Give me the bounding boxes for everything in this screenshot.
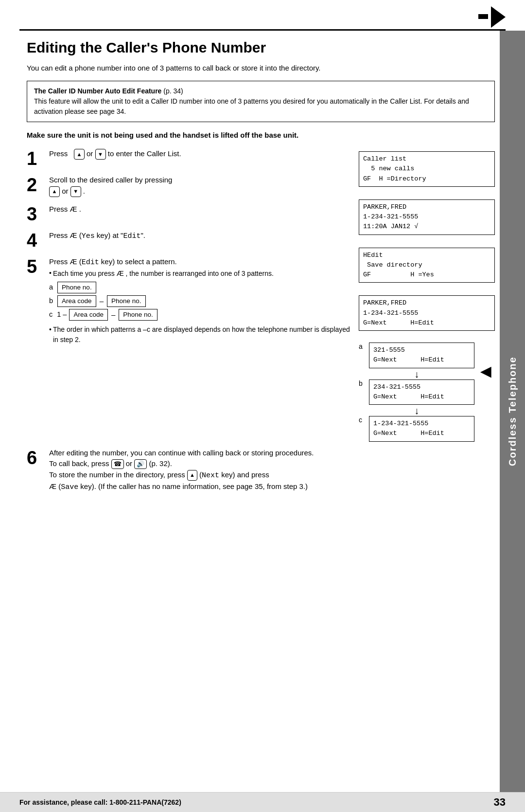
step-6-line2: To call back, press xyxy=(49,459,111,468)
step-6-or: or xyxy=(126,459,135,468)
step3-lcd: HEdit Save directory GF H =Yes xyxy=(359,248,495,283)
step-2-key-up[interactable]: ▲ xyxy=(49,186,60,197)
step5-lcd-b-row: b 234-321-5555 G=Next H=Edit xyxy=(359,379,474,405)
step-5: 5 Press Æ (Edit key) to select a pattern… xyxy=(27,256,354,348)
step-4-content: Press Æ (Yes key) at "Edit". xyxy=(49,230,354,242)
step-1-content: Press ▲ or ▼ to enter the Caller List. xyxy=(49,148,354,160)
step-3-num: 3 xyxy=(27,205,45,223)
sidebar: Cordless Telephone xyxy=(500,31,525,792)
pattern-a-label: a xyxy=(49,282,53,293)
step-1-num: 1 xyxy=(27,149,45,168)
step-2-content: Scroll to the desired caller by pressing… xyxy=(49,175,354,197)
intro-text: You can edit a phone number into one of … xyxy=(27,63,495,74)
step-1: 1 Press ▲ or ▼ to enter the Caller List. xyxy=(27,148,354,168)
step-5-num: 5 xyxy=(27,257,45,276)
step-6-row: 6 After editing the number, you can cont… xyxy=(27,448,495,493)
feature-box: The Caller ID Number Auto Edit Feature (… xyxy=(27,81,495,122)
step5-a-label: a xyxy=(359,343,367,350)
step-6-ae: Æ xyxy=(49,482,56,490)
step-4-yes-key: Yes xyxy=(82,232,95,240)
step-5-bullet-pt2: • The order in which patterns a –c are d… xyxy=(49,325,354,345)
pattern-b-box2: Phone no. xyxy=(107,295,146,307)
step5-lcd-col: a 321-5555 G=Next H=Edit ↓ b 234-321-555… xyxy=(359,343,474,443)
steps-area: 1 Press ▲ or ▼ to enter the Caller List.… xyxy=(27,148,495,443)
steps-right: Caller list 5 new calls GF H =Directory … xyxy=(359,148,495,443)
arrow-shaft xyxy=(478,14,488,19)
step-2: 2 Scroll to the desired caller by pressi… xyxy=(27,175,354,197)
step-5-bullet1: • Each time you press Æ , the number is … xyxy=(49,268,354,279)
step-6: 6 After editing the number, you can cont… xyxy=(27,448,495,510)
step-6-text: After editing the number, you can contin… xyxy=(49,449,314,457)
step-3: 3 Press Æ . xyxy=(27,204,354,223)
pattern-c-box2: Phone no. xyxy=(119,309,158,321)
step5-arrow-1: ↓ xyxy=(359,369,474,379)
page-layout: Editing the Caller's Phone Number You ca… xyxy=(0,31,525,792)
step-6-phone-icon[interactable]: ☎ xyxy=(111,459,124,469)
pattern-b-dash: – xyxy=(100,296,104,307)
main-content: Editing the Caller's Phone Number You ca… xyxy=(0,31,500,792)
step-2-period: . xyxy=(83,187,85,195)
footer-text: For assistance, please call: 1-800-211-P… xyxy=(19,798,181,806)
step1-lcd-wrapper: Caller list 5 new calls GF H =Directory xyxy=(359,151,495,192)
step-6-next-key: (Next key) and press xyxy=(199,470,269,479)
step-5-edit-key: Edit xyxy=(82,258,99,267)
step-5-bullet2: • The order in which patterns a –c are d… xyxy=(49,325,354,345)
feature-box-title: The Caller ID Number Auto Edit Feature xyxy=(34,87,161,95)
feature-box-title-suffix: (p. 34) xyxy=(161,87,183,95)
pattern-c-label: c xyxy=(49,309,52,320)
step-6-save-wrap: (Save key). (If the caller has no name i… xyxy=(58,482,308,490)
step-1-key-down[interactable]: ▼ xyxy=(95,149,106,160)
step5-lcd-c-row: c 1-234-321-5555 G=Next H=Edit xyxy=(359,416,474,442)
step-1-key-up[interactable]: ▲ xyxy=(74,149,85,160)
step1-lcd: Caller list 5 new calls GF H =Directory xyxy=(359,151,495,187)
step-6-line3a: To store the number in the directory, pr… xyxy=(49,470,187,479)
pattern-b-box1: Area code xyxy=(57,295,96,307)
page-wrapper: Editing the Caller's Phone Number You ca… xyxy=(0,0,525,812)
patterns-section: a Phone no. b Area code – Phone no. xyxy=(49,282,354,321)
step-2-key-down[interactable]: ▼ xyxy=(70,186,81,197)
step-4-num: 4 xyxy=(27,231,45,250)
pattern-c-dash: – xyxy=(111,309,115,321)
step4-lcd-wrapper: PARKER,FRED 1-234-321-5555 G=Next H=Edit xyxy=(359,295,495,336)
step-6-content: After editing the number, you can contin… xyxy=(49,448,495,493)
pattern-c: c 1 – Area code – Phone no. xyxy=(49,309,354,321)
step-2-or: or xyxy=(62,187,70,195)
step-5-content: Press Æ (Edit key) to select a pattern. … xyxy=(49,256,354,348)
step5-c-label: c xyxy=(359,416,367,424)
step-4-ae: Æ xyxy=(70,231,77,239)
step2-lcd: PARKER,FRED 1-234-321-5555 11:20A JAN12 … xyxy=(359,199,495,235)
page-title: Editing the Caller's Phone Number xyxy=(27,39,495,56)
step-4: 4 Press Æ (Yes key) at "Edit". xyxy=(27,230,354,250)
bullet-dot-2: • xyxy=(49,325,52,335)
step-5-bullet-pt1: • Each time you press Æ , the number is … xyxy=(49,268,354,279)
step-1-or: or xyxy=(87,149,95,158)
step-6-speaker-icon[interactable]: 🔊 xyxy=(134,459,147,469)
step5-lcd-c: 1-234-321-5555 G=Next H=Edit xyxy=(369,416,474,442)
step5-lcd-b: 234-321-5555 G=Next H=Edit xyxy=(369,379,474,405)
step-3-content: Press Æ . xyxy=(49,204,354,215)
step3-lcd-wrapper: HEdit Save directory GF H =Yes xyxy=(359,248,495,288)
pattern-c-prefix: 1 – xyxy=(57,309,67,320)
feature-box-body: This feature will allow the unit to edit… xyxy=(34,97,469,115)
steps-left: 1 Press ▲ or ▼ to enter the Caller List.… xyxy=(27,148,359,443)
step5-lcd-a-row: a 321-5555 G=Next H=Edit xyxy=(359,343,474,368)
sidebar-label: Cordless Telephone xyxy=(507,357,518,467)
step5-big-arrow-icon: ◄ xyxy=(476,362,495,380)
step5-arrow-2: ↓ xyxy=(359,406,474,415)
step-3-ae: Æ xyxy=(70,205,77,213)
step-5-bullet1-text: Each time you press Æ , the number is re… xyxy=(53,268,274,279)
step4-lcd: PARKER,FRED 1-234-321-5555 G=Next H=Edit xyxy=(359,295,495,331)
step5-lcd-wrapper: a 321-5555 G=Next H=Edit ↓ b 234-321-555… xyxy=(359,343,495,443)
arrow-right xyxy=(491,6,506,28)
bullet-dot-1: • xyxy=(49,268,52,278)
step5-lcd-a: 321-5555 G=Next H=Edit xyxy=(369,343,474,368)
pattern-b: b Area code – Phone no. xyxy=(49,295,354,307)
step5-b-label: b xyxy=(359,379,367,387)
step-6-key-next[interactable]: ▲ xyxy=(187,470,197,481)
step-5-ae: Æ xyxy=(70,257,77,266)
pattern-a-box1: Phone no. xyxy=(57,282,96,293)
pattern-c-box1: Area code xyxy=(69,309,108,321)
pattern-b-label: b xyxy=(49,296,53,307)
warning-text: Make sure the unit is not being used and… xyxy=(27,130,495,141)
step-6-p32: (p. 32). xyxy=(149,459,172,468)
